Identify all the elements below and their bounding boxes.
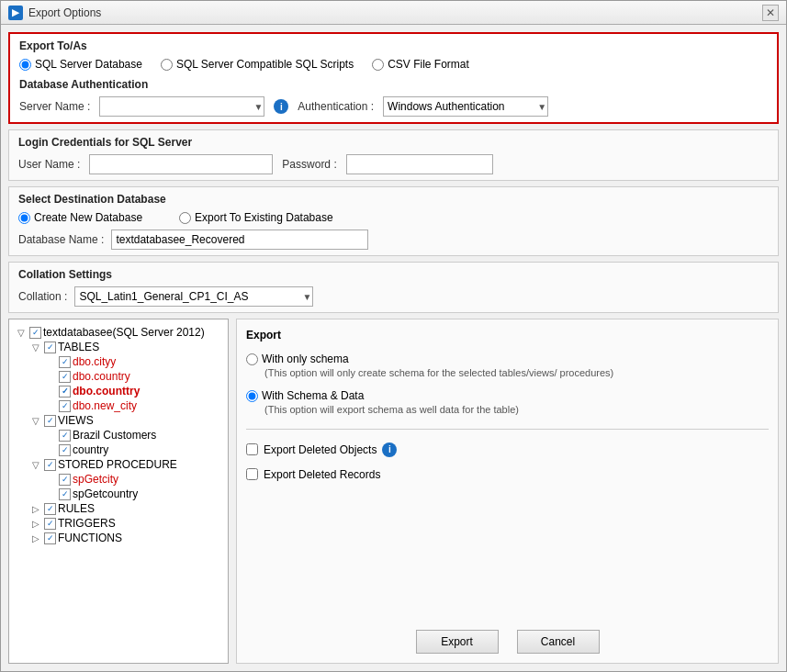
radio-sql-scripts-label: SQL Server Compatible SQL Scripts [176,58,354,71]
server-info-icon[interactable]: i [274,99,288,114]
brazil-checkbox[interactable] [59,430,71,442]
radio-sql-server-input[interactable] [19,59,31,71]
new-city-checkbox[interactable] [59,400,71,412]
rules-checkbox[interactable] [44,503,56,515]
collation-combo[interactable]: SQL_Latin1_General_CP1_CI_AS Latin1_Gene… [74,286,313,307]
radio-schema-only-input[interactable] [246,353,258,365]
functions-checkbox[interactable] [44,532,56,544]
radio-csv[interactable]: CSV File Format [372,58,469,71]
rules-node[interactable]: ▷ RULES [29,501,222,516]
radio-create-new-input[interactable] [18,212,30,224]
tree-item-new-city[interactable]: dbo.new_city [44,398,222,413]
action-buttons: Export Cancel [246,622,769,654]
rules-expand[interactable]: ▷ [29,504,42,514]
bottom-area: ▽ textdatabasee(SQL Server 2012) ▽ TABLE… [8,319,779,664]
tree-root[interactable]: ▽ textdatabasee(SQL Server 2012) [15,325,222,340]
db-name-input[interactable] [111,230,368,250]
counttry-checkbox[interactable] [59,386,71,398]
radio-csv-input[interactable] [372,59,384,71]
export-button[interactable]: Export [416,630,499,654]
radio-existing-input[interactable] [179,212,191,224]
triggers-node[interactable]: ▷ TRIGGERS [29,516,222,531]
tree-item-brazil[interactable]: Brazil Customers [44,428,222,442]
views-checkbox[interactable] [44,415,56,427]
rules-label: RULES [58,502,95,515]
cityy-label: dbo.cityy [73,355,116,368]
functions-node[interactable]: ▷ FUNCTIONS [29,531,222,545]
radio-schema-data-input[interactable] [246,390,258,402]
tables-node[interactable]: ▽ TABLES [29,340,222,354]
server-name-combo[interactable] [99,96,264,117]
export-type-row: SQL Server Database SQL Server Compatibl… [19,58,768,71]
db-auth-row: Server Name : ▼ i Authentication : Windo… [19,96,768,117]
export-deleted-records-row: Export Deleted Records [246,468,769,481]
spGetcity-label: spGetcity [73,473,118,486]
auth-combo-wrapper: Windows Authentication SQL Server Authen… [383,96,548,117]
root-checkbox[interactable] [29,327,41,339]
radio-schema-only[interactable]: With only schema [246,353,769,365]
radio-sql-server[interactable]: SQL Server Database [19,58,142,71]
schema-data-desc: (This option will export schema as well … [264,403,769,417]
cancel-button[interactable]: Cancel [517,630,600,654]
tree-item-country-view[interactable]: country [44,442,222,457]
views-expand[interactable]: ▽ [29,416,42,426]
tree-panel[interactable]: ▽ textdatabasee(SQL Server 2012) ▽ TABLE… [8,319,229,664]
country-view-checkbox[interactable] [59,444,71,456]
stored-proc-node[interactable]: ▽ STORED PROCEDURE [29,457,222,472]
export-options-window: ▶ Export Options ✕ Export To/As SQL Serv… [0,0,787,672]
brazil-expand [44,431,57,441]
country-checkbox[interactable] [59,371,71,383]
username-input[interactable] [89,154,273,174]
root-label: textdatabasee(SQL Server 2012) [43,326,205,339]
radio-create-new-label: Create New Database [34,211,142,224]
stored-proc-checkbox[interactable] [44,459,56,471]
export-panel: Export With only schema (This option wil… [236,319,779,664]
export-deleted-objects-checkbox[interactable] [246,443,258,455]
cityy-checkbox[interactable] [59,356,71,368]
app-icon: ▶ [8,6,23,20]
radio-existing[interactable]: Export To Existing Database [179,211,333,224]
root-expand-icon[interactable]: ▽ [15,328,28,338]
radio-create-new[interactable]: Create New Database [18,211,142,224]
spGetcity-checkbox[interactable] [59,474,71,486]
password-input[interactable] [346,154,493,174]
stored-proc-expand[interactable]: ▽ [29,460,42,470]
schema-data-option: With Schema & Data (This option will exp… [246,389,769,417]
radio-schema-data[interactable]: With Schema & Data [246,389,769,402]
tree-item-cityy[interactable]: dbo.cityy [44,354,222,369]
tree-item-counttry[interactable]: dbo.counttry [44,384,222,398]
export-to-section: Export To/As SQL Server Database SQL Ser… [8,32,779,124]
functions-expand[interactable]: ▷ [29,533,42,543]
main-content: Export To/As SQL Server Database SQL Ser… [1,25,786,671]
title-bar-left: ▶ Export Options [8,6,101,20]
export-deleted-records-label: Export Deleted Records [264,468,380,481]
spGetcountry-checkbox[interactable] [59,488,71,500]
schema-only-option: With only schema (This option will only … [246,353,769,380]
views-group: ▽ VIEWS Brazil Customers [29,413,222,457]
server-name-wrapper: ▼ [99,96,264,117]
radio-sql-server-label: SQL Server Database [35,58,142,71]
tree-item-country[interactable]: dbo.country [44,369,222,384]
tables-expand[interactable]: ▽ [29,342,42,353]
title-bar: ▶ Export Options ✕ [1,1,786,25]
collation-row: Collation : SQL_Latin1_General_CP1_CI_AS… [18,286,769,307]
db-name-label: Database Name : [18,233,104,246]
tables-checkbox[interactable] [44,342,56,353]
triggers-checkbox[interactable] [44,518,56,530]
views-node[interactable]: ▽ VIEWS [29,413,222,428]
radio-sql-scripts-input[interactable] [161,59,173,71]
export-deleted-records-checkbox[interactable] [246,468,258,480]
triggers-expand[interactable]: ▷ [29,519,42,529]
spGetcountry-expand [44,489,57,499]
tree-item-spGetcity[interactable]: spGetcity [44,472,222,487]
tree-item-spGetcountry[interactable]: spGetcountry [44,487,222,501]
close-button[interactable]: ✕ [762,5,779,21]
deleted-objects-info-icon[interactable]: i [382,442,397,457]
stored-proc-label: STORED PROCEDURE [58,458,177,471]
tables-children: dbo.cityy dbo.country dbo.counttry [44,354,222,413]
auth-combo[interactable]: Windows Authentication SQL Server Authen… [383,96,548,117]
collation-section: Collation Settings Collation : SQL_Latin… [8,262,779,313]
tables-group: ▽ TABLES dbo.cityy dbo.c [29,340,222,413]
radio-sql-scripts[interactable]: SQL Server Compatible SQL Scripts [161,58,354,71]
collation-label: Collation : [18,290,67,303]
